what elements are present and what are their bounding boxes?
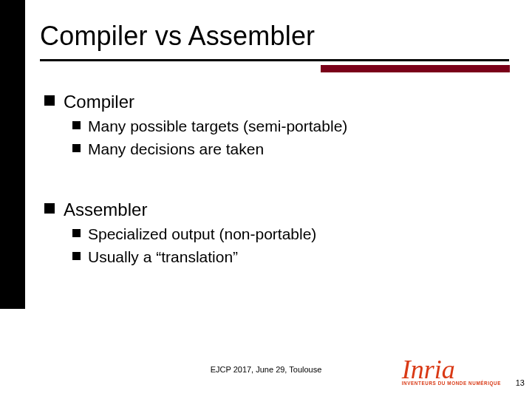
sub-bullet-label: Usually a “translation” xyxy=(88,247,238,267)
title-underline xyxy=(40,59,509,61)
square-bullet-icon xyxy=(44,95,55,106)
square-bullet-icon xyxy=(44,203,55,214)
body-content: Compiler Many possible targets (semi-por… xyxy=(44,90,510,270)
square-bullet-icon xyxy=(72,121,81,129)
logo-tagline: INVENTEURS DU MONDE NUMÉRIQUE xyxy=(402,381,501,386)
page-number: 13 xyxy=(516,378,525,387)
left-black-bar xyxy=(0,0,25,309)
inria-logo: Inria INVENTEURS DU MONDE NUMÉRIQUE xyxy=(402,359,501,386)
sublist-compiler: Many possible targets (semi-portable) Ma… xyxy=(44,116,510,160)
sub-bullet: Usually a “translation” xyxy=(72,247,510,267)
square-bullet-icon xyxy=(72,229,81,237)
bullet-assembler: Assembler xyxy=(44,198,510,221)
sub-bullet-label: Specialized output (non-portable) xyxy=(88,224,316,244)
sub-bullet: Many possible targets (semi-portable) xyxy=(72,116,510,136)
bullet-label: Assembler xyxy=(64,198,147,221)
square-bullet-icon xyxy=(72,252,81,260)
title-area: Compiler vs Assembler xyxy=(40,21,510,61)
sub-bullet-label: Many possible targets (semi-portable) xyxy=(88,116,347,136)
square-bullet-icon xyxy=(72,144,81,152)
sub-bullet-label: Many decisions are taken xyxy=(88,139,264,159)
sub-bullet: Specialized output (non-portable) xyxy=(72,224,510,244)
slide-title: Compiler vs Assembler xyxy=(40,21,510,52)
sub-bullet: Many decisions are taken xyxy=(72,139,510,159)
logo-wordmark: Inria xyxy=(402,359,501,381)
bullet-label: Compiler xyxy=(64,90,134,113)
bullet-compiler: Compiler xyxy=(44,90,510,113)
accent-bar xyxy=(321,65,510,72)
sublist-assembler: Specialized output (non-portable) Usuall… xyxy=(44,224,510,267)
